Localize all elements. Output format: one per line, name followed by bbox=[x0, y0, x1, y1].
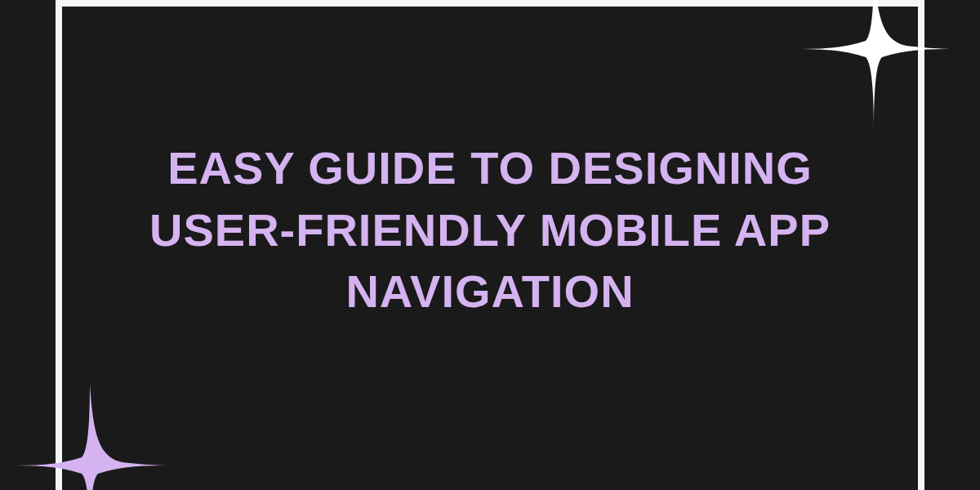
sparkle-icon bbox=[792, 0, 956, 131]
page-title: EASY GUIDE TO DESIGNING USER-FRIENDLY MO… bbox=[122, 137, 858, 323]
sparkle-icon bbox=[8, 384, 172, 490]
